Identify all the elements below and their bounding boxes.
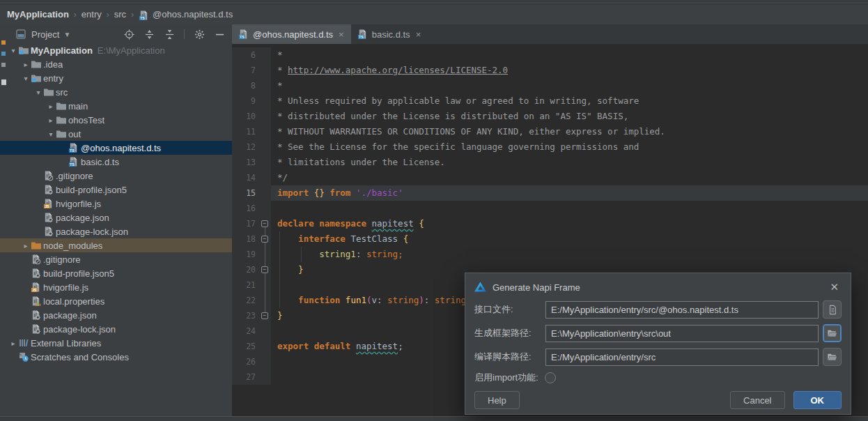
tree-item-label: .gitignore: [43, 254, 80, 265]
tree-item-myapplication[interactable]: ▾MyApplicationE:\MyApplication: [0, 43, 232, 57]
folder-module-icon: [18, 45, 31, 56]
tree-item-node-modules[interactable]: ▸node_modules: [0, 238, 232, 252]
tree-item-main[interactable]: ▸main: [0, 99, 232, 113]
line-number: 14: [232, 170, 271, 185]
code-line-7[interactable]: 7* http://www.apache.org/licenses/LICENS…: [232, 63, 868, 78]
code-text: * http://www.apache.org/licenses/LICENSE…: [271, 63, 868, 78]
expand-all-icon[interactable]: [144, 29, 155, 40]
chevron-down-icon[interactable]: ▼: [63, 31, 70, 38]
tree-item-label: entry: [43, 73, 63, 84]
line-number: 25: [232, 339, 271, 354]
code-line-8[interactable]: 8*: [232, 78, 868, 93]
tree-item-external-libraries[interactable]: ▸External Libraries: [0, 336, 232, 350]
tree-item-hvigorfile-js[interactable]: JShvigorfile.js: [0, 280, 232, 294]
breadcrumb-separator: ›: [74, 10, 77, 20]
tree-item-package-lock-json[interactable]: package-lock.json: [0, 322, 232, 336]
code-line-12[interactable]: 12* See the License for the specific lan…: [232, 139, 868, 155]
breadcrumb-item[interactable]: entry: [82, 9, 102, 20]
code-line-16[interactable]: 16: [232, 201, 868, 216]
tree-item-label: hvigorfile.js: [56, 199, 101, 209]
folder-icon: [56, 100, 68, 112]
fold-end-icon[interactable]: −: [261, 312, 268, 319]
tree-item-package-json[interactable]: package.json: [0, 308, 232, 322]
hide-panel-icon[interactable]: [214, 29, 225, 40]
tree-item--ohos-napitest-d-ts[interactable]: TS@ohos.napitest.d.ts: [0, 141, 232, 155]
import-toggle-radio[interactable]: [545, 372, 556, 383]
field-input-1[interactable]: [545, 301, 819, 319]
tree-item-package-lock-json[interactable]: package-lock.json: [0, 224, 232, 238]
tab-close-icon[interactable]: ×: [416, 29, 421, 40]
tree-item--gitignore[interactable]: .gitignore: [0, 169, 232, 183]
fold-end-icon[interactable]: −: [261, 266, 268, 273]
tree-item-src[interactable]: ▾src: [0, 85, 232, 99]
file-props-icon: [31, 296, 43, 307]
fold-collapse-icon[interactable]: −: [261, 236, 268, 243]
tree-item-ohostest[interactable]: ▸ohosTest: [0, 113, 232, 127]
tree-item-basic-d-ts[interactable]: TSbasic.d.ts: [0, 155, 232, 169]
folder-lib-icon: [31, 240, 43, 251]
code-line-15[interactable]: 15import {} from './basic': [232, 185, 868, 201]
stripe-mark: [1, 52, 6, 56]
settings-icon[interactable]: [194, 29, 205, 40]
tree-item-entry[interactable]: ▾entry: [0, 71, 232, 85]
tree-item-hvigorfile-js[interactable]: JShvigorfile.js: [0, 197, 232, 210]
dialog-header: Generate Napi Frame ✕: [474, 280, 842, 295]
panel-title[interactable]: Project: [31, 29, 59, 40]
tab-close-icon[interactable]: ×: [339, 29, 344, 40]
choose-folder-button[interactable]: [823, 348, 842, 366]
chevron-down-icon[interactable]: ▾: [33, 89, 43, 96]
tree-item--idea[interactable]: ▸.idea: [0, 57, 232, 71]
field-input-2[interactable]: [545, 325, 819, 342]
locate-icon[interactable]: [123, 29, 134, 40]
code-line-14[interactable]: 14*/: [232, 170, 868, 185]
chevron-right-icon[interactable]: ▸: [21, 242, 31, 250]
chevron-right-icon[interactable]: ▸: [46, 116, 56, 124]
import-toggle-label: 启用import功能:: [474, 372, 538, 384]
chevron-right-icon[interactable]: ▸: [8, 339, 18, 347]
chevron-right-icon[interactable]: ▸: [21, 61, 31, 68]
help-button[interactable]: Help: [474, 391, 520, 409]
field-input-3[interactable]: [545, 349, 819, 366]
folder-module-icon: [31, 72, 43, 84]
ok-button[interactable]: OK: [793, 391, 842, 409]
breadcrumb-item[interactable]: src: [114, 9, 126, 20]
file-ts-icon: TS: [68, 156, 81, 167]
choose-folder-button[interactable]: [823, 324, 842, 342]
code-line-19[interactable]: 19 string1: string;: [232, 247, 868, 262]
code-line-10[interactable]: 10* distributed under the License is dis…: [232, 109, 868, 124]
collapse-all-icon[interactable]: [164, 29, 175, 40]
svg-text:TS: TS: [140, 15, 145, 20]
editor-tab-basic-d-ts[interactable]: TSbasic.d.ts×: [351, 24, 428, 44]
fold-collapse-icon[interactable]: −: [261, 220, 268, 227]
code-line-11[interactable]: 11* WITHOUT WARRANTIES OR CONDITIONS OF …: [232, 124, 868, 139]
chevron-down-icon[interactable]: ▾: [46, 130, 56, 138]
choose-file-button[interactable]: [823, 300, 842, 319]
tree-item-build-profile-json5[interactable]: build-profile.json5: [0, 266, 232, 280]
chevron-right-icon[interactable]: ▸: [46, 102, 56, 110]
editor-tab--ohos-napitest-d-ts[interactable]: TS@ohos.napitest.d.ts×: [232, 24, 351, 44]
tree-item-package-json[interactable]: package.json: [0, 210, 232, 224]
chevron-down-icon[interactable]: ▾: [21, 75, 31, 82]
code-line-17[interactable]: 17−declare namespace napitest {: [232, 216, 868, 231]
line-number: 11: [232, 124, 271, 139]
code-line-13[interactable]: 13* limitations under the License.: [232, 155, 868, 170]
project-stripe-button[interactable]: [1, 79, 6, 85]
code-line-18[interactable]: 18− interface TestClass {: [232, 231, 868, 247]
tree-item-label: package.json: [43, 310, 97, 321]
breadcrumb-item[interactable]: @ohos.napitest.d.ts: [153, 9, 233, 20]
dialog-field-row: 生成框架路径:: [474, 324, 842, 342]
tree-item-scratches-and-consoles[interactable]: Scratches and Consoles: [0, 350, 232, 364]
toolbar-divider: [184, 29, 185, 39]
tree-item-build-profile-json5[interactable]: build-profile.json5: [0, 183, 232, 197]
project-panel: Project ▼ ▾MyAppl: [0, 24, 232, 416]
tree-item-local-properties[interactable]: local.properties: [0, 294, 232, 308]
tree-item--gitignore[interactable]: .gitignore: [0, 252, 232, 266]
dialog-fields: 接口文件:生成框架路径:编译脚本路径:: [474, 300, 842, 366]
breadcrumb-item[interactable]: MyApplication: [7, 9, 69, 20]
code-line-9[interactable]: 9* Unless required by applicable law or …: [232, 93, 868, 109]
close-icon[interactable]: ✕: [827, 281, 842, 293]
chevron-down-icon[interactable]: ▾: [8, 47, 18, 54]
cancel-button[interactable]: Cancel: [730, 391, 784, 409]
code-line-6[interactable]: 6*: [232, 47, 868, 63]
tree-item-out[interactable]: ▾out: [0, 127, 232, 141]
